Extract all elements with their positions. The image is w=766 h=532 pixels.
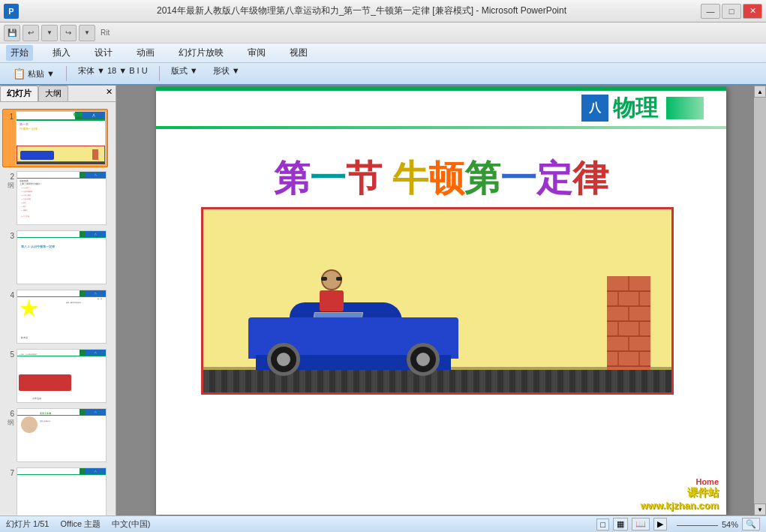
- theme-name: Office 主题: [60, 518, 101, 530]
- slide-canvas: 八 物理 第一节 牛顿第一定律: [156, 87, 726, 515]
- zoom-percent: 54%: [722, 520, 738, 529]
- main-area: 幻灯片 大纲 ✕ 1 八 物理 第一节 牛顿第一定律: [0, 86, 766, 515]
- panel-close-button[interactable]: ✕: [103, 86, 116, 101]
- slide-thumb-7[interactable]: 7 八: [2, 466, 108, 515]
- tab-outline[interactable]: 大纲: [38, 86, 68, 101]
- slide-thumb-1[interactable]: 1 八 物理 第一节 牛顿第一定律: [2, 109, 108, 167]
- tab-slides[interactable]: 幻灯片: [0, 86, 38, 101]
- title-bar: P 2014年最新人教版八年级物理第八章运动和力_第一节_牛顿第一定律 [兼容模…: [0, 0, 766, 23]
- slide-header-bar: [156, 87, 726, 91]
- quick-access-toolbar: 💾 ↩ ▼ ↪ ▼ Rit: [0, 23, 766, 44]
- vertical-scrollbar[interactable]: ▲ ▼: [754, 86, 766, 515]
- wheel-hub-1: [277, 353, 290, 366]
- thumb-img-7: 八: [17, 467, 107, 515]
- animation-car: [248, 295, 458, 370]
- wheel-hub-2: [416, 353, 430, 366]
- thumb-img-4: 八 想一想： 如果一辆汽车突然刹车... 栓木后: [17, 290, 107, 344]
- window-title: 2014年最新人教版八年级物理第八章运动和力_第一节_牛顿第一定律 [兼容模式]…: [23, 5, 701, 17]
- undo-arrow[interactable]: ▼: [41, 25, 58, 41]
- ribbon-btn-shape[interactable]: 形状 ▼: [206, 65, 247, 83]
- slide-green-bar: [156, 126, 726, 129]
- thumb-img-3: 八 第八-1 认识牛顿第一定律: [17, 230, 107, 284]
- car-wheel-2: [407, 343, 440, 376]
- sunglasses-right: [336, 277, 342, 281]
- save-button[interactable]: 💾: [4, 25, 20, 41]
- menu-start[interactable]: 开始: [6, 45, 33, 61]
- thumb-img-1: 八 物理 第一节 牛顿第一定律: [16, 111, 106, 165]
- person-body: [320, 290, 344, 311]
- slide-logo-text: 物理: [613, 93, 658, 124]
- redo-button[interactable]: ↪: [60, 25, 77, 41]
- slide-title-area[interactable]: 第一节 牛顿第一定律: [156, 155, 726, 203]
- ribbon-toolbar: 📋粘贴 ▼ 宋体 ▼ 18 ▼ B I U 版式 ▼ 形状 ▼: [0, 63, 766, 86]
- slide-thumb-2[interactable]: 2纲 八 温故知新 上课了请同学们做好！ • 1. 什么是力？ • 2. 力的作…: [2, 170, 108, 227]
- panel-tabs: 幻灯片 大纲 ✕: [0, 86, 116, 102]
- app-icon: P: [4, 4, 19, 19]
- view-normal-button[interactable]: □: [596, 518, 609, 530]
- app-menu-button[interactable]: ▼: [79, 25, 95, 41]
- menu-slideshow[interactable]: 幻灯片放映: [174, 45, 228, 61]
- slide-thumb-5[interactable]: 5 八 1. 演示：让小球从斜面滚下 火车运动: [2, 347, 108, 404]
- zoom-button[interactable]: 🔍: [742, 518, 760, 530]
- status-left: 幻灯片 1/51 Office 主题 中文(中国): [6, 518, 150, 530]
- window-controls: — □ ✕: [701, 4, 762, 19]
- scroll-track[interactable]: [754, 98, 766, 503]
- status-bar: 幻灯片 1/51 Office 主题 中文(中国) □ ▦ 📖 ▶ ————— …: [0, 515, 766, 532]
- person-head: [321, 269, 342, 290]
- slide-title-text: 第一节 牛顿第一定律: [274, 158, 608, 198]
- rit-label: Rit: [101, 29, 110, 37]
- slide-editing-area: ▲ ▼ 八 物理 第一节 牛顿第一定律: [116, 86, 766, 515]
- slide-thumb-6[interactable]: 6纲 八 亚里士多德 亚里士多德认为...: [2, 407, 108, 464]
- view-slide-sorter-button[interactable]: ▦: [613, 518, 628, 530]
- scroll-up-button[interactable]: ▲: [754, 86, 766, 98]
- slide-logo-box: 八: [581, 95, 608, 122]
- scroll-down-button[interactable]: ▼: [754, 503, 766, 515]
- slide-thumb-3[interactable]: 3 八 第八-1 认识牛顿第一定律: [2, 229, 108, 286]
- menu-view[interactable]: 视图: [285, 45, 312, 61]
- close-button[interactable]: ✕: [743, 4, 762, 19]
- thumb-img-2: 八 温故知新 上课了请同学们做好！ • 1. 什么是力？ • 2. 力的作用效果…: [17, 171, 107, 225]
- divider: [66, 66, 67, 81]
- slide-panel: 幻灯片 大纲 ✕ 1 八 物理 第一节 牛顿第一定律: [0, 86, 116, 515]
- status-right: □ ▦ 📖 ▶ ————— 54% 🔍: [596, 518, 760, 530]
- maximize-button[interactable]: □: [722, 4, 741, 19]
- watermark-home-label: Home: [641, 477, 719, 486]
- slide-watermark: Home 课件站 www.kjzhan.com: [641, 477, 719, 511]
- slide-thumbnail-list: 1 八 物理 第一节 牛顿第一定律: [0, 105, 110, 515]
- view-reading-button[interactable]: 📖: [632, 518, 650, 530]
- ribbon-btn-layout[interactable]: 版式 ▼: [164, 65, 205, 83]
- divider2: [159, 66, 160, 81]
- animation-person: [320, 269, 344, 311]
- minimize-button[interactable]: —: [701, 4, 720, 19]
- language: 中文(中国): [112, 518, 150, 530]
- ribbon-menu: 开始 插入 设计 动画 幻灯片放映 审阅 视图: [0, 44, 766, 63]
- slide-animation-area: [201, 207, 674, 395]
- slide-count: 幻灯片 1/51: [6, 518, 49, 530]
- thumb-img-5: 八 1. 演示：让小球从斜面滚下 火车运动: [17, 349, 107, 403]
- zoom-level: —————: [677, 520, 718, 529]
- menu-animation[interactable]: 动画: [132, 45, 159, 61]
- watermark-site-name: 课件站: [641, 486, 719, 500]
- view-slideshow-button[interactable]: ▶: [653, 518, 667, 530]
- ribbon-btn-clipboard[interactable]: 📋粘贴 ▼: [6, 65, 62, 83]
- slide-logo-area: 八 物理: [581, 93, 704, 124]
- menu-design[interactable]: 设计: [90, 45, 117, 61]
- watermark-url-text: www.kjzhan.com: [641, 500, 719, 511]
- ribbon-btn-font[interactable]: 宋体 ▼ 18 ▼ B I U: [71, 65, 155, 83]
- animation-wall: [607, 276, 650, 370]
- menu-insert[interactable]: 插入: [48, 45, 75, 61]
- sunglasses-left: [321, 277, 327, 281]
- undo-button[interactable]: ↩: [23, 25, 39, 41]
- thumb-img-6: 八 亚里士多德 亚里士多德认为...: [17, 408, 107, 462]
- slide-thumb-4[interactable]: 4 八 想一想： 如果一辆汽车突然刹车... 栓木后: [2, 288, 108, 345]
- menu-review[interactable]: 审阅: [243, 45, 270, 61]
- car-wheel-1: [267, 343, 300, 376]
- logo-green-block: [666, 97, 704, 119]
